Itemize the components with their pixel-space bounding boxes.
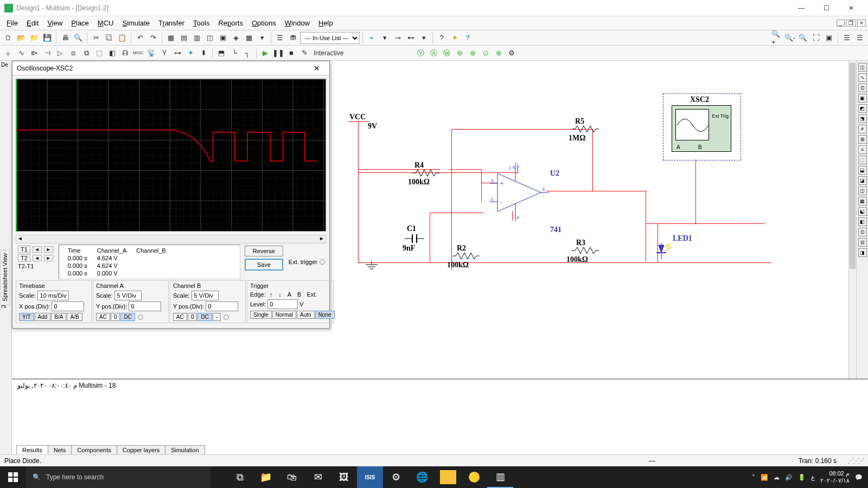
inst-w-icon[interactable]: Ⓦ xyxy=(441,47,452,59)
taskview-icon[interactable]: ⧉ xyxy=(227,466,253,488)
inst-4c-icon[interactable]: ◩ xyxy=(858,104,867,113)
resize-grip-icon[interactable]: ⋰⋰⋰ xyxy=(837,457,864,465)
probe3-icon[interactable]: ⊸ xyxy=(392,32,404,44)
inst-iv-icon[interactable]: ⬓ xyxy=(858,166,867,175)
cha-0[interactable]: 0 xyxy=(111,313,120,321)
chb-inv[interactable]: - xyxy=(213,313,221,321)
chb-enable[interactable] xyxy=(224,314,229,320)
copy-icon[interactable]: ⿻ xyxy=(103,32,115,44)
probe-icon[interactable]: ⌁ xyxy=(366,32,378,44)
grid2-icon[interactable]: ▤ xyxy=(178,32,190,44)
notifications-icon[interactable]: 💬 xyxy=(855,474,863,481)
inst-fc-icon[interactable]: # xyxy=(858,125,867,133)
menu-reports[interactable]: Reports xyxy=(214,17,247,29)
inst-wc-icon[interactable]: ⊞ xyxy=(858,135,867,144)
new-icon[interactable]: 🗋 xyxy=(2,32,14,44)
timebase-xpos[interactable] xyxy=(52,301,84,311)
zoomfit-icon[interactable]: ⛶ xyxy=(810,32,822,44)
inst-lv-icon[interactable]: ⊡ xyxy=(858,228,867,236)
scope-screen[interactable] xyxy=(16,79,326,232)
trig-normal[interactable]: Normal xyxy=(272,311,296,319)
comp5-icon[interactable]: ▾ xyxy=(256,32,268,44)
t2-right[interactable]: ► xyxy=(44,255,53,261)
inst-sc-icon[interactable]: ▣ xyxy=(858,94,867,102)
stop-icon[interactable]: ■ xyxy=(285,47,297,59)
trig-single[interactable]: Single xyxy=(250,311,272,319)
menu-tools[interactable]: Tools xyxy=(189,17,214,29)
explorer-icon[interactable]: 📁 xyxy=(253,466,279,488)
mcu-icon[interactable]: ✦ xyxy=(184,47,196,59)
edge-a[interactable]: A xyxy=(285,291,293,298)
probe4-icon[interactable]: ⊷ xyxy=(405,32,417,44)
ind-icon[interactable]: ☊ xyxy=(119,47,131,59)
diode-icon[interactable]: ⧐ xyxy=(28,47,40,59)
paste-icon[interactable]: 📋 xyxy=(116,32,128,44)
cha-ypos[interactable] xyxy=(129,301,161,311)
bus-icon[interactable]: ⬍ xyxy=(197,47,209,59)
inst-da-icon[interactable]: ◪ xyxy=(858,176,867,185)
inst-ni-icon[interactable]: ◨ xyxy=(858,248,867,257)
cha-enable[interactable] xyxy=(138,314,143,320)
inst-sa-icon[interactable]: ◫ xyxy=(858,187,867,195)
t1-left[interactable]: ◄ xyxy=(33,246,42,253)
cha-scale[interactable]: 5 V/Div xyxy=(114,291,142,300)
fullscreen-icon[interactable]: ▣ xyxy=(823,32,835,44)
close-button[interactable]: ✕ xyxy=(839,0,864,16)
spreadsheet-view-tab[interactable]: Spreadsheet View xyxy=(0,249,10,305)
btn-yt[interactable]: Y/T xyxy=(19,313,34,321)
battery-icon[interactable]: 🔋 xyxy=(798,474,806,481)
btn-ab[interactable]: A/B xyxy=(67,313,82,321)
undo-icon[interactable]: ↶ xyxy=(134,32,146,44)
cha-ac[interactable]: AC xyxy=(96,313,110,321)
proteus-icon[interactable]: ISIS xyxy=(357,466,383,488)
ic-icon[interactable]: ⧈ xyxy=(67,47,79,59)
lang-indicator[interactable]: ع xyxy=(811,474,815,481)
settings-icon[interactable]: ⚙ xyxy=(383,466,409,488)
pause-icon[interactable]: ❚❚ xyxy=(272,47,284,59)
inuse-select[interactable]: --- In-Use List --- xyxy=(300,32,360,44)
open2-icon[interactable]: 📁 xyxy=(28,32,40,44)
menu-file[interactable]: File xyxy=(2,17,22,29)
chb-ac[interactable]: AC xyxy=(173,313,187,321)
menu-transfer[interactable]: Transfer xyxy=(154,17,189,29)
junc-icon[interactable]: ┐ xyxy=(241,47,253,59)
tab-simulation[interactable]: Simulation xyxy=(165,445,205,454)
preview-icon[interactable]: 🔍 xyxy=(72,32,84,44)
tab-copper[interactable]: Copper layers xyxy=(117,445,165,454)
maximize-button[interactable]: ☐ xyxy=(814,0,839,16)
inst-na-icon[interactable]: ▦ xyxy=(858,197,867,206)
zoomarea-icon[interactable]: 🔍 xyxy=(797,32,809,44)
clock[interactable]: 08:02 م ٢٠٢٠/٠٧/١٨ xyxy=(820,470,850,484)
inst-la-icon[interactable]: ≡ xyxy=(858,145,867,154)
edge-fall[interactable]: ↓ xyxy=(276,291,284,298)
inst-gear-icon[interactable]: ⚙ xyxy=(506,47,518,59)
scope-time-scroll[interactable] xyxy=(16,235,326,243)
chb-ypos[interactable] xyxy=(206,301,238,311)
multisim-icon[interactable]: ▥ xyxy=(487,466,513,488)
mail-icon[interactable]: ✉ xyxy=(305,466,331,488)
btn-ba[interactable]: B/A xyxy=(51,313,66,321)
inst-v-icon[interactable]: Ⓥ xyxy=(414,47,426,59)
mdi-close[interactable]: × xyxy=(857,20,866,27)
menu-simulate[interactable]: Simulate xyxy=(118,17,154,29)
interactive-icon[interactable]: ✎ xyxy=(298,47,310,59)
probe2-icon[interactable]: ▾ xyxy=(379,32,391,44)
misc-icon[interactable]: MISC xyxy=(132,47,144,59)
search-box[interactable]: 🔍 Type here to search xyxy=(26,466,210,488)
menu-mcu[interactable]: MCU xyxy=(93,17,118,29)
inst-wg-icon[interactable]: ⊡ xyxy=(858,84,867,92)
notes-icon[interactable] xyxy=(440,470,456,484)
em-icon[interactable]: Y xyxy=(158,47,170,59)
tab-nets[interactable]: Nets xyxy=(48,445,72,454)
inst-bp-icon[interactable]: ⬔ xyxy=(858,114,867,123)
list2-icon[interactable]: ☰ xyxy=(854,32,866,44)
digital-icon[interactable]: ⬚ xyxy=(93,47,105,59)
zoomout-icon[interactable]: 🔍- xyxy=(784,32,796,44)
find-icon[interactable]: ✦ xyxy=(449,32,461,44)
onedrive-icon[interactable]: ☁ xyxy=(774,474,780,481)
menu-place[interactable]: Place xyxy=(67,17,93,29)
inst-cp-icon[interactable]: ⊟ xyxy=(858,238,867,247)
menu-view[interactable]: View xyxy=(43,17,67,29)
edge-ext[interactable]: Ext. xyxy=(305,291,318,298)
menu-options[interactable]: Options xyxy=(247,17,280,29)
